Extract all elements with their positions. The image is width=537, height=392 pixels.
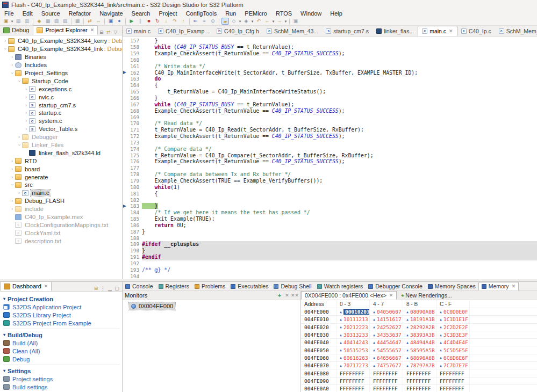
expander-icon[interactable]: › (23, 110, 29, 115)
close-icon[interactable]: ✕ (512, 284, 516, 289)
code-line-body[interactable]: Exit_Example(TRUE); (142, 216, 537, 222)
bottom-tab-executables[interactable]: Executables (228, 282, 271, 291)
code-line-body[interactable]: t_ReturnValue = C40_Ip_Read(t_SectorAddr… (142, 127, 537, 133)
tree-item-linker-files[interactable]: ›Linker_Files (0, 141, 122, 149)
gutter-line-number[interactable]: 160 (123, 57, 142, 63)
suspend-icon[interactable]: ∥ (137, 18, 144, 25)
memory-value-cell[interactable]: FFFFFFFF (370, 369, 403, 376)
editor-tab-startup-cm7-s[interactable]: sstartup_cm7.s (322, 26, 373, 36)
memory-value-cell[interactable]: ▲6C6D6E6F (436, 354, 470, 361)
code-line-body[interactable]: } (142, 38, 537, 44)
editor-tab-c40-ip-cfg-h[interactable]: hC40_Ip_Cfg.h (213, 26, 263, 36)
memory-value-cell[interactable]: FFFFFFFF (403, 385, 436, 392)
menu-search[interactable]: Search (127, 10, 155, 17)
code-line-body[interactable]: Example_CheckAssert(t_ReturnValue == C40… (142, 133, 537, 140)
code-line[interactable]: 176 Example_CheckAssert(t_ReturnValue ==… (123, 158, 537, 165)
expander-icon[interactable]: › (9, 166, 15, 172)
code-line-body[interactable]: Example_CheckAssert(t_ReturnValue == C40… (142, 50, 537, 57)
tree-item-rtd[interactable]: ›RTD (0, 157, 122, 165)
pin-editor-icon[interactable]: ▣ (292, 18, 299, 25)
tree-item-startup-code[interactable]: ›Startup_Code (0, 77, 122, 85)
step-into-icon[interactable]: ↓ (162, 18, 170, 25)
menu-help[interactable]: Help (326, 10, 347, 17)
code-line-body[interactable] (142, 197, 537, 203)
bottom-tab-memory[interactable]: Memory✕ (478, 282, 519, 291)
gutter-line-number[interactable]: 165 (123, 89, 142, 95)
gutter-line-number[interactable]: 193 (123, 267, 142, 273)
code-line[interactable]: 183 } (123, 203, 537, 209)
code-line-body[interactable]: while (C40_IP_STATUS_BUSY == t_ReturnVal… (142, 44, 537, 50)
add-monitor-icon[interactable]: + (276, 292, 283, 299)
gutter-line-number[interactable]: 180 (123, 184, 142, 190)
dropdown-caret-icon[interactable]: ▾ (284, 19, 288, 24)
dropdown-caret-icon[interactable]: ▾ (10, 19, 14, 24)
memory-table-row[interactable]: 004FE000▲00010203▲04050607▲08090A0B▲0C0D… (301, 308, 537, 316)
mark-occurrences-icon[interactable]: ▰ (221, 18, 229, 25)
flash-programmer-icon[interactable]: ● (116, 18, 123, 25)
gutter-line-number[interactable]: 194 (123, 273, 142, 279)
minimize-icon[interactable]: ▁ (106, 286, 113, 291)
memory-value-cell[interactable]: FFFFFFFF (436, 369, 470, 376)
expander-icon[interactable]: › (23, 86, 29, 92)
memory-value-cell[interactable]: ▲0C0D0E0F (436, 308, 470, 315)
code-line-body[interactable]: #endif (142, 254, 537, 260)
memory-table-row[interactable]: 004FE060▲60616263▲64656667▲68696A6B▲6C6D… (301, 354, 537, 362)
memory-value-cell[interactable]: ▲2C2D2E2F (436, 324, 470, 331)
code-line[interactable]: 178 /* Compare data between Tx and Rx bu… (123, 171, 537, 178)
dropdown-caret-icon[interactable]: ▾ (238, 19, 242, 24)
code-line[interactable]: 174 /* Compare data */ (123, 146, 537, 152)
build-project-icon[interactable]: ▧ (53, 18, 60, 25)
expander-icon[interactable]: › (16, 134, 22, 140)
code-line[interactable]: 191#endif (123, 254, 537, 260)
menu-navigate[interactable]: Navigate (95, 10, 127, 17)
gutter-line-number[interactable]: 192 (123, 260, 142, 266)
code-line-body[interactable]: { (142, 190, 537, 197)
code-line[interactable]: 192 (123, 260, 537, 267)
build-config-icon[interactable]: ▨ (61, 18, 69, 25)
code-line[interactable]: 187} (123, 228, 537, 235)
code-line[interactable]: 173 (123, 140, 537, 146)
code-line[interactable]: 193/** @} */ (123, 266, 537, 273)
gutter-line-number[interactable]: 171 (123, 127, 142, 133)
gutter-line-number[interactable]: 178 (123, 171, 142, 177)
code-line-body[interactable] (142, 165, 537, 171)
bottom-tab-watch-registers[interactable]: Watch registers (314, 282, 366, 291)
view-tab-debug[interactable]: Debug (0, 25, 33, 35)
memory-table-row[interactable]: 004FE0A0FFFFFFFFFFFFFFFFFFFFFFFFFFFFFFFF (301, 385, 537, 392)
memory-value-cell[interactable]: ▲24252627 (370, 324, 403, 331)
code-line[interactable]: 175 t_ReturnValue = C40_Ip_Compare(t_Sec… (123, 152, 537, 158)
dashboard-link-build-settings[interactable]: Build settings (3, 383, 120, 391)
code-line[interactable]: 189#ifdef __cplusplus (123, 241, 537, 248)
view-tab-dashboard[interactable]: Dashboard✕ (0, 281, 52, 291)
code-line[interactable]: 158 while (C40_IP_STATUS_BUSY == t_Retur… (123, 44, 537, 50)
code-line[interactable]: 160 (123, 57, 537, 63)
expander-icon[interactable]: › (23, 118, 29, 124)
memory-value-cell[interactable]: ▲68696A6B (403, 354, 436, 361)
code-line[interactable]: 177 (123, 165, 537, 171)
tree-item-binaries[interactable]: ›Binaries (0, 53, 122, 61)
code-line-body[interactable] (142, 140, 537, 146)
gutter-line-number[interactable]: 167 (123, 101, 142, 107)
tree-item-main-c[interactable]: ›cmain.c (0, 189, 122, 197)
editor-tab-main-c[interactable]: cmain.c✕ (418, 26, 457, 36)
memory-value-cell[interactable]: ▲00010203 (336, 308, 370, 315)
profile-icon[interactable]: ⊙ (209, 18, 217, 25)
code-line-body[interactable]: t_ReturnValue = C40_Ip_MainInterfaceWrit… (142, 89, 537, 95)
link-with-editor-icon[interactable]: ⇄ (105, 30, 112, 35)
memory-value-cell[interactable]: ▲54555657 (370, 346, 403, 353)
last-edit-location-icon[interactable]: ↶ (255, 18, 262, 25)
editor-tab-main-c[interactable]: cmain.c (123, 26, 154, 36)
menu-refactor[interactable]: Refactor (65, 10, 96, 17)
code-line[interactable]: 180 while(1) (123, 184, 537, 190)
tree-item-c40-ip-example-s32k344-link[interactable]: ›C40_Ip_Example_S32K344_link: Debug_FLAS… (0, 45, 122, 53)
code-line-body[interactable]: } (142, 203, 537, 209)
editor-tab-c40-ip-c[interactable]: cC40_Ip.c (457, 26, 495, 36)
code-line-body[interactable]: /* Compare data between Tx and Rx buffer… (142, 171, 537, 178)
memory-value-cell[interactable]: ▲04050607 (370, 308, 403, 315)
code-line-body[interactable] (142, 273, 537, 279)
bottom-tab-debug-shell[interactable]: Debug Shell (271, 282, 314, 291)
gutter-line-number[interactable]: 182 (123, 197, 142, 203)
instruction-stepping-icon[interactable]: ≡ (201, 18, 208, 25)
dashboard-section-header[interactable]: ▾Settings (3, 367, 120, 375)
gutter-line-number[interactable]: 179 (123, 178, 142, 184)
